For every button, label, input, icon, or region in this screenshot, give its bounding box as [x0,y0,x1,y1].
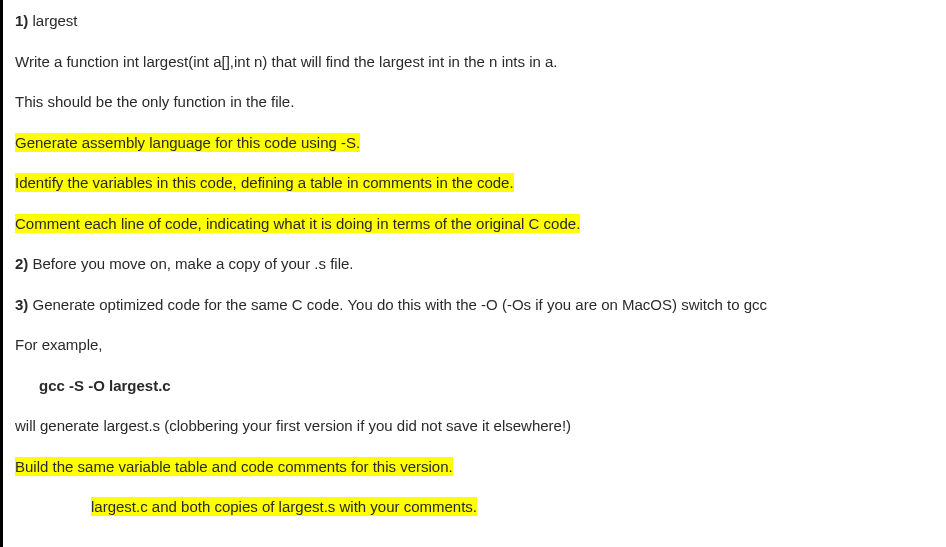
section-1-line-1: Write a function int largest(int a[],int… [15,51,934,74]
highlight-text-5: largest.c and both copies of largest.s w… [91,497,477,516]
heading-1-title: largest [33,12,78,29]
highlight-text-4: Build the same variable table and code c… [15,457,453,476]
section-1-highlight-3: Comment each line of code, indicating wh… [15,213,934,236]
section-3-heading: 3) Generate optimized code for the same … [15,294,934,317]
highlight-text-1: Generate assembly language for this code… [15,133,360,152]
section-1-highlight-1: Generate assembly language for this code… [15,132,934,155]
highlight-text-3: Comment each line of code, indicating wh… [15,214,580,233]
section-2-heading: 2) Before you move on, make a copy of yo… [15,253,934,276]
section-2-text: Before you move on, make a copy of your … [33,255,354,272]
highlight-text-2: Identify the variables in this code, def… [15,173,514,192]
section-3-result: will generate largest.s (clobbering your… [15,415,934,438]
section-1-line-2: This should be the only function in the … [15,91,934,114]
example-label: For example, [15,334,934,357]
section-1-heading: 1) largest [15,10,934,33]
gcc-command: gcc -S -O largest.c [15,375,934,398]
section-3-text: Generate optimized code for the same C c… [33,296,768,313]
section-1-highlight-2: Identify the variables in this code, def… [15,172,934,195]
heading-3-number: 3) [15,296,28,313]
heading-2-number: 2) [15,255,28,272]
section-3-highlight-5: largest.c and both copies of largest.s w… [15,496,934,519]
heading-1-number: 1) [15,12,28,29]
section-3-highlight-4: Build the same variable table and code c… [15,456,934,479]
